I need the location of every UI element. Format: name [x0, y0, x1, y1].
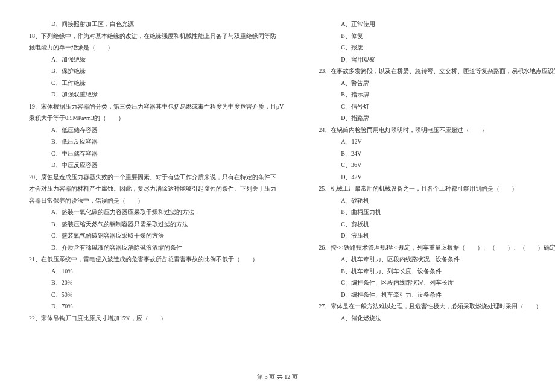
- q20-option-c: C、盛装氧气的碳钢容器应采取干燥的方法: [24, 230, 284, 242]
- q23-option-c: C、信号灯: [314, 101, 555, 113]
- q19-text-line1: 19、宋体根据压力容器的分类，第三类压力容器其中包括易燃或毒性程度为中度危害介质…: [24, 101, 284, 113]
- q22-text: 22、宋体吊钩开口度比原尺寸增加15%，应（ ）: [24, 312, 284, 324]
- q21-option-d: D、70%: [24, 300, 284, 312]
- q25-option-b: B、曲柄压力机: [314, 206, 555, 218]
- q25-text: 25、机械工厂最常用的机械设备之一，且各个工种都可能用到的是（ ）: [314, 183, 555, 195]
- q27-option-a: A、催化燃烧法: [314, 312, 555, 324]
- q18-text-line1: 18、下列绝缘中，作为对基本绝缘的改进，在绝缘强度和机械性能上具备了与双重绝缘同…: [24, 30, 284, 42]
- q26-option-c: C、编挂条件、区段内线路状况、列车长度: [314, 277, 555, 289]
- q26-option-b: B、机车牵引力、列车长度、设备条件: [314, 265, 555, 277]
- q17-option-d: D、间接照射加工区，白色光源: [24, 18, 284, 30]
- q24-option-a: A、12V: [314, 136, 555, 148]
- q21-text: 21、在低压系统中，雷电侵入波造成的危害事故所占总雷害事故的比例不低于（ ）: [24, 253, 284, 265]
- q19-option-d: D、中压反应容器: [24, 159, 284, 171]
- q23-option-a: A、警告牌: [314, 77, 555, 89]
- q20-option-b: B、盛装压缩天然气的钢制容器只需采取过滤的方法: [24, 218, 284, 230]
- q24-text: 24、在锅筒内检验而用电灯照明时，照明电压不应超过（ ）: [314, 124, 555, 136]
- q19-text-line2: 乘积大于等于0.5MPa•m3的（ ）: [24, 112, 284, 124]
- q18-option-a: A、加强绝缘: [24, 54, 284, 66]
- page-footer: 第 3 页 共 12 页: [0, 373, 555, 381]
- left-column: D、间接照射加工区，白色光源 18、下列绝缘中，作为对基本绝缘的改进，在绝缘强度…: [24, 18, 284, 362]
- q24-option-d: D、42V: [314, 171, 555, 183]
- q22-option-d: D、留用观察: [314, 54, 555, 66]
- q23-text: 23、在事故多发路段，以及在桥梁、急转弯、立交桥、匝道等复杂路面，易积水地点应设…: [314, 65, 555, 77]
- q19-option-a: A、低压储存容器: [24, 124, 284, 136]
- q22-option-b: B、修复: [314, 30, 555, 42]
- q27-text: 27、宋体是在一般方法难以处理，且危害性极大，必须采取燃烧处理时采用（ ）: [314, 300, 555, 312]
- q21-option-a: A、10%: [24, 265, 284, 277]
- q21-option-b: B、20%: [24, 277, 284, 289]
- q19-option-b: B、低压反应容器: [24, 136, 284, 148]
- q23-option-b: B、指示牌: [314, 89, 555, 101]
- q22-option-c: C、报废: [314, 42, 555, 54]
- q20-text-line3: 容器日常保养的说法中，错误的是（ ）: [24, 195, 284, 207]
- q20-option-a: A、盛装一氧化碳的压力容器应采取干燥和过滤的方法: [24, 206, 284, 218]
- q20-text-line1: 20、腐蚀是造成压力容器失效的一个重要因素。对于有些工作介质来说，只有在特定的条…: [24, 171, 284, 183]
- q18-option-b: B、保护绝缘: [24, 65, 284, 77]
- q24-option-b: B、24V: [314, 148, 555, 160]
- q26-option-a: A、机车牵引力、区段内线路状况、设备条件: [314, 253, 555, 265]
- q24-option-c: C、36V: [314, 159, 555, 171]
- q19-option-c: C、中压储存容器: [24, 148, 284, 160]
- right-column: A、正常使用 B、修复 C、报废 D、留用观察 23、在事故多发路段，以及在桥梁…: [314, 18, 555, 362]
- content-columns: D、间接照射加工区，白色光源 18、下列绝缘中，作为对基本绝缘的改进，在绝缘强度…: [24, 18, 531, 362]
- q21-option-c: C、50%: [24, 289, 284, 301]
- q18-option-c: C、工作绝缘: [24, 77, 284, 89]
- q25-option-a: A、砂轮机: [314, 195, 555, 207]
- q18-option-d: D、加强双重绝缘: [24, 89, 284, 101]
- q23-option-d: D、指路牌: [314, 112, 555, 124]
- q22-option-a: A、正常使用: [314, 18, 555, 30]
- q18-text-line2: 触电能力的单一绝缘是（ ）: [24, 42, 284, 54]
- q26-option-d: D、编挂条件、机车牵引力、设备条件: [314, 289, 555, 301]
- q25-option-d: D、液压机: [314, 230, 555, 242]
- q26-text: 26、按<<铁路技术管理规程>>规定，列车重量应根据（ ）、（ ）、（ ）确定。: [314, 242, 555, 254]
- q20-text-line2: 才会对压力容器的材料产生腐蚀。因此，要尽力消除这种能够引起腐蚀的条件。下列关于压…: [24, 183, 284, 195]
- q20-option-d: D、介质含有稀碱液的容器应消除碱液浓缩的条件: [24, 242, 284, 254]
- q25-option-c: C、剪板机: [314, 218, 555, 230]
